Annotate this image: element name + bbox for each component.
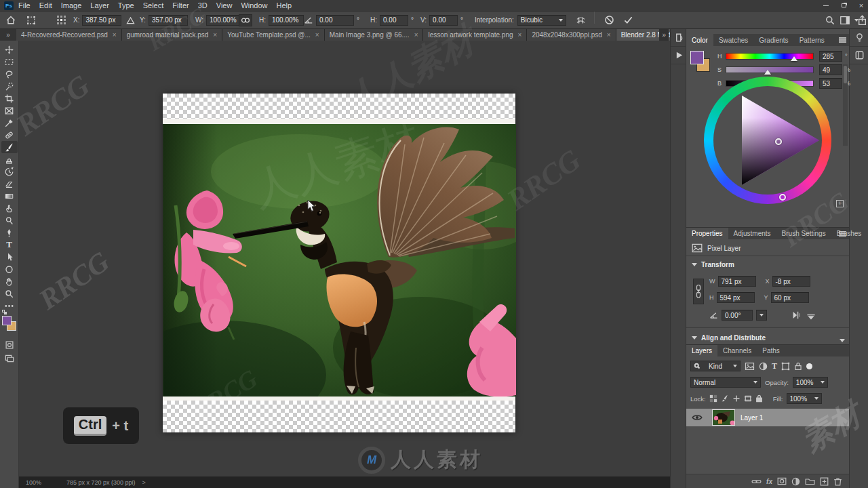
hue-slider[interactable]: [726, 53, 814, 60]
smudge-tool[interactable]: [1, 202, 18, 214]
menu-window[interactable]: Window: [241, 1, 267, 9]
saturation-slider[interactable]: [726, 66, 814, 73]
layer-visibility-eye-icon[interactable]: [692, 413, 703, 422]
actions-panel-icon[interactable]: [671, 47, 687, 64]
filter-pixel-layers-icon[interactable]: [745, 362, 755, 371]
search-icon[interactable]: [825, 12, 835, 28]
document-tab[interactable]: lesson artwork template.png×: [423, 29, 527, 41]
tab-brushes[interactable]: Brushes: [831, 228, 867, 239]
ellipse-shape-tool[interactable]: [1, 263, 18, 275]
warp-mode-icon[interactable]: [575, 12, 587, 28]
close-button[interactable]: ×: [857, 1, 865, 9]
x-position-field[interactable]: 387.50 px: [82, 15, 121, 26]
color-wheel[interactable]: [704, 77, 831, 204]
filter-smart-objects-icon[interactable]: [794, 362, 802, 371]
properties-scrollbar[interactable]: [843, 64, 848, 146]
quick-mask-icon[interactable]: [1, 339, 18, 351]
pen-tool[interactable]: [1, 226, 18, 239]
triangle-selector-dot[interactable]: [775, 138, 782, 145]
tab-close-icon[interactable]: ×: [315, 31, 319, 39]
lock-artboard-icon[interactable]: [744, 394, 752, 403]
hand-tool[interactable]: [1, 275, 18, 287]
canvas-area[interactable]: 人人素材: [19, 41, 670, 488]
menu-3d[interactable]: 3D: [198, 1, 208, 9]
zoom-tool[interactable]: [1, 287, 18, 300]
history-brush-tool[interactable]: [1, 165, 18, 178]
saturation-brightness-triangle[interactable]: [713, 86, 822, 195]
rotation-field[interactable]: 0.00: [316, 15, 354, 26]
document-view[interactable]: 人人素材: [163, 94, 515, 432]
home-icon[interactable]: [5, 12, 16, 28]
status-chevron-icon[interactable]: >: [142, 479, 146, 486]
align-section-header[interactable]: Align and Distribute: [692, 334, 766, 342]
layer-effects-icon[interactable]: fx: [766, 478, 772, 485]
interpolation-dropdown[interactable]: Bicubic: [517, 15, 566, 26]
menu-type[interactable]: Type: [118, 1, 134, 9]
tab-layers[interactable]: Layers: [686, 345, 717, 357]
tab-properties[interactable]: Properties: [686, 228, 728, 239]
tab-patterns[interactable]: Patterns: [794, 34, 830, 46]
document-tab[interactable]: gumroad material pack.psd×: [122, 29, 222, 41]
width-scale-field[interactable]: 100.00%: [206, 15, 241, 26]
blend-mode-dropdown[interactable]: Normal: [690, 377, 761, 388]
screen-mode-icon[interactable]: [1, 352, 18, 365]
eyedropper-tool[interactable]: [1, 117, 18, 129]
lasso-tool[interactable]: [1, 68, 18, 80]
width-field[interactable]: 791 px: [718, 276, 756, 287]
tab-channels[interactable]: Channels: [717, 345, 757, 357]
tab-overflow-right[interactable]: »: [659, 29, 669, 41]
tab-swatches[interactable]: Swatches: [713, 34, 753, 46]
y-position-field[interactable]: 357.00 px: [149, 15, 188, 26]
link-layers-icon[interactable]: [751, 478, 762, 485]
menu-select[interactable]: Select: [143, 1, 164, 9]
commit-transform-button[interactable]: [623, 12, 634, 28]
menu-view[interactable]: View: [216, 1, 233, 9]
tab-color[interactable]: Color: [686, 34, 713, 46]
dodge-tool[interactable]: [1, 214, 18, 226]
opacity-dropdown[interactable]: 100%: [793, 377, 828, 388]
libraries-panel-icon[interactable]: [850, 47, 868, 64]
transform-bounds-icon[interactable]: [26, 12, 37, 28]
tab-brush-settings[interactable]: Brush Settings: [776, 228, 831, 239]
filter-type-layers-icon[interactable]: T: [772, 361, 777, 371]
cancel-transform-button[interactable]: [604, 12, 615, 28]
tab-close-icon[interactable]: ×: [213, 31, 217, 39]
panel-menu-icon[interactable]: [839, 37, 846, 43]
crop-tool[interactable]: [1, 92, 18, 104]
hue-value-field[interactable]: 285: [819, 51, 842, 62]
reference-point-grid-icon[interactable]: [57, 12, 66, 28]
menu-file[interactable]: File: [18, 1, 31, 9]
y-field[interactable]: 60 px: [771, 292, 809, 303]
angle-dropdown[interactable]: [756, 310, 767, 321]
filter-kind-dropdown[interactable]: Kind: [690, 361, 741, 371]
menu-layer[interactable]: Layer: [90, 1, 109, 9]
fill-dropdown[interactable]: 100%: [787, 393, 822, 404]
foreground-color-swatch[interactable]: [2, 316, 12, 325]
adjustment-layer-icon[interactable]: [791, 477, 800, 486]
tab-overflow-left[interactable]: »: [0, 29, 16, 41]
panel-menu-icon[interactable]: [839, 231, 846, 237]
type-tool[interactable]: T: [1, 239, 18, 251]
new-layer-icon[interactable]: [820, 477, 829, 486]
rotate-field[interactable]: 0.00°: [722, 310, 753, 321]
tab-close-icon[interactable]: ×: [414, 31, 418, 39]
flip-horizontal-icon[interactable]: [791, 310, 802, 320]
transform-section-header[interactable]: Transform: [692, 261, 734, 268]
filter-adjustment-layers-icon[interactable]: [759, 362, 768, 371]
lock-pixels-icon[interactable]: [721, 394, 729, 403]
tab-close-icon[interactable]: ×: [607, 31, 611, 39]
layer-row-selected[interactable]: Layer 1: [686, 409, 849, 426]
workspace-switcher-icon[interactable]: [840, 12, 859, 28]
relative-position-icon[interactable]: [126, 12, 135, 28]
brush-tool[interactable]: [1, 141, 18, 153]
lock-position-icon[interactable]: [732, 394, 741, 403]
saturation-value-field[interactable]: 49: [819, 64, 842, 75]
quick-selection-tool[interactable]: [1, 80, 18, 92]
filter-toggle-icon[interactable]: [806, 363, 812, 369]
menu-image[interactable]: Image: [61, 1, 82, 9]
document-tab[interactable]: 4-Recovered-Recovered.psd×: [16, 29, 122, 41]
frame-tool[interactable]: [1, 104, 18, 117]
gradient-tool[interactable]: [1, 190, 18, 202]
restore-button[interactable]: [840, 1, 848, 9]
move-tool[interactable]: [1, 43, 18, 56]
